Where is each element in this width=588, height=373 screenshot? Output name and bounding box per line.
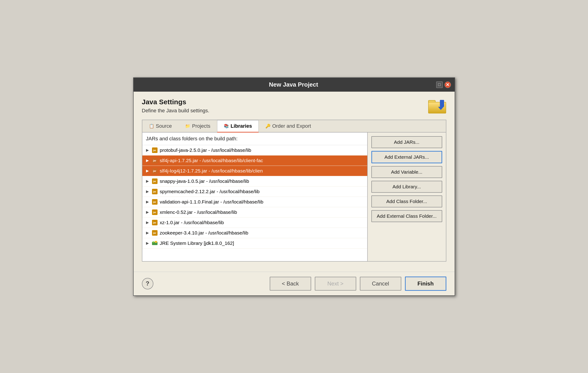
tab-projects[interactable]: 📁 Projects — [178, 120, 217, 132]
close-button[interactable]: ✕ — [444, 81, 451, 88]
list-item[interactable]: ▶ jar validation-api-1.1.0.Final.jar - /… — [142, 197, 367, 207]
source-tab-icon: 📋 — [149, 124, 154, 129]
title-bar: New Java Project □ ✕ — [134, 78, 455, 92]
item-text: xz-1.0.jar - /usr/local/hbase/lib — [160, 220, 364, 225]
svg-rect-6 — [153, 242, 154, 243]
item-text: zookeeper-3.4.10.jar - /usr/local/hbase/… — [160, 230, 364, 236]
list-item[interactable]: ▶ jar spymemcached-2.12.2.jar - /usr/loc… — [142, 186, 367, 197]
list-item[interactable]: ▶ jar zookeeper-3.4.10.jar - /usr/local/… — [142, 228, 367, 238]
tab-order-export-label: Order and Export — [272, 123, 311, 129]
cancel-button[interactable]: Cancel — [360, 277, 401, 291]
add-external-class-folder-button[interactable]: Add External Class Folder... — [371, 210, 442, 222]
jar-icon: jar — [152, 158, 158, 163]
list-item[interactable]: ▶ jar snappy-java-1.0.5.jar - /usr/local… — [142, 176, 367, 186]
list-items: ▶ jar protobuf-java-2.5.0.jar - /usr/loc… — [142, 145, 367, 261]
expand-arrow: ▶ — [146, 158, 150, 163]
list-item[interactable]: ▶ jar slf4j-api-1.7.25.jar - /usr/local/… — [142, 155, 367, 166]
expand-arrow: ▶ — [146, 169, 150, 173]
list-item[interactable]: ▶ jar xmlenc-0.52.jar - /usr/local/hbase… — [142, 207, 367, 218]
jar-icon: jar — [152, 168, 158, 174]
item-text: xmlenc-0.52.jar - /usr/local/hbase/lib — [160, 210, 364, 215]
tab-source-label: Source — [156, 123, 172, 129]
expand-arrow: ▶ — [146, 148, 150, 152]
jar-icon: jar — [152, 220, 158, 225]
svg-rect-7 — [155, 241, 157, 243]
item-text: slf4j-api-1.7.25.jar - /usr/local/hbase/… — [160, 158, 364, 163]
tabs-bar: 📋 Source 📁 Projects 📚 Libraries 🔑 Order … — [142, 120, 446, 132]
list-item[interactable]: ▶ JRE System Library [jdk1.8.0_162] — [142, 238, 367, 249]
jar-icon: jar — [152, 199, 158, 205]
finish-button[interactable]: Finish — [405, 277, 446, 291]
item-text: protobuf-java-2.5.0.jar - /usr/local/hba… — [160, 147, 364, 153]
jar-icon: jar — [152, 179, 158, 184]
item-text: JRE System Library [jdk1.8.0_162] — [160, 241, 364, 246]
footer-right: < Back Next > Cancel Finish — [270, 277, 446, 291]
item-text: snappy-java-1.0.5.jar - /usr/local/hbase… — [160, 179, 364, 184]
expand-arrow: ▶ — [146, 200, 150, 204]
svg-rect-3 — [440, 100, 444, 107]
list-item[interactable]: ▶ jar protobuf-java-2.5.0.jar - /usr/loc… — [142, 145, 367, 155]
tab-source[interactable]: 📋 Source — [142, 120, 179, 132]
projects-tab-icon: 📁 — [185, 124, 190, 129]
footer: ? < Back Next > Cancel Finish — [134, 272, 455, 295]
footer-left: ? — [142, 278, 153, 289]
tab-order-export[interactable]: 🔑 Order and Export — [259, 120, 318, 132]
jar-icon: jar — [152, 230, 158, 236]
item-text: slf4j-log4j12-1.7.25.jar - /usr/local/hb… — [160, 168, 364, 174]
main-window: New Java Project □ ✕ Java Settings Defin… — [133, 77, 455, 296]
header-section: Java Settings Define the Java build sett… — [142, 98, 446, 114]
jar-icon: jar — [152, 189, 158, 194]
content-area: Java Settings Define the Java build sett… — [134, 92, 455, 272]
add-external-jars-button[interactable]: Add External JARs... — [371, 151, 442, 163]
minimize-button[interactable]: □ — [436, 81, 443, 88]
tabs-panel: 📋 Source 📁 Projects 📚 Libraries 🔑 Order … — [142, 120, 446, 262]
page-subtitle: Define the Java build settings. — [142, 108, 210, 114]
list-item[interactable]: ▶ jar xz-1.0.jar - /usr/local/hbase/lib — [142, 218, 367, 228]
list-header: JARs and class folders on the build path… — [142, 132, 367, 145]
add-jars-button[interactable]: Add JARs... — [371, 136, 442, 148]
window-title: New Java Project — [151, 81, 436, 88]
header-text: Java Settings Define the Java build sett… — [142, 98, 210, 114]
expand-arrow: ▶ — [146, 220, 150, 225]
jre-icon — [152, 241, 158, 245]
list-item[interactable]: ▶ jar slf4j-log4j12-1.7.25.jar - /usr/lo… — [142, 166, 367, 176]
buttons-area: Add JARs... Add External JARs... Add Var… — [368, 132, 446, 261]
title-controls: □ ✕ — [436, 81, 451, 88]
item-text: validation-api-1.1.0.Final.jar - /usr/lo… — [160, 199, 364, 205]
libraries-tab-icon: 📚 — [224, 124, 229, 129]
item-text: spymemcached-2.12.2.jar - /usr/local/hba… — [160, 189, 364, 194]
add-class-folder-button[interactable]: Add Class Folder... — [371, 195, 442, 207]
tab-libraries-label: Libraries — [231, 123, 252, 129]
page-title: Java Settings — [142, 98, 210, 106]
next-button[interactable]: Next > — [315, 277, 356, 291]
folder-icon — [428, 98, 446, 114]
order-export-tab-icon: 🔑 — [265, 124, 270, 129]
expand-arrow: ▶ — [146, 210, 150, 214]
tab-projects-label: Projects — [192, 123, 210, 129]
jar-icon: jar — [152, 147, 158, 153]
expand-arrow: ▶ — [146, 231, 150, 235]
tab-libraries[interactable]: 📚 Libraries — [217, 120, 259, 132]
expand-arrow: ▶ — [146, 189, 150, 194]
expand-arrow: ▶ — [146, 179, 150, 183]
list-area: JARs and class folders on the build path… — [142, 132, 368, 261]
add-library-button[interactable]: Add Library... — [371, 181, 442, 193]
expand-arrow: ▶ — [146, 241, 150, 245]
add-variable-button[interactable]: Add Variable... — [371, 166, 442, 178]
jar-icon: jar — [152, 210, 158, 215]
help-button[interactable]: ? — [142, 278, 153, 289]
tabs-content: JARs and class folders on the build path… — [142, 132, 446, 261]
back-button[interactable]: < Back — [270, 277, 311, 291]
